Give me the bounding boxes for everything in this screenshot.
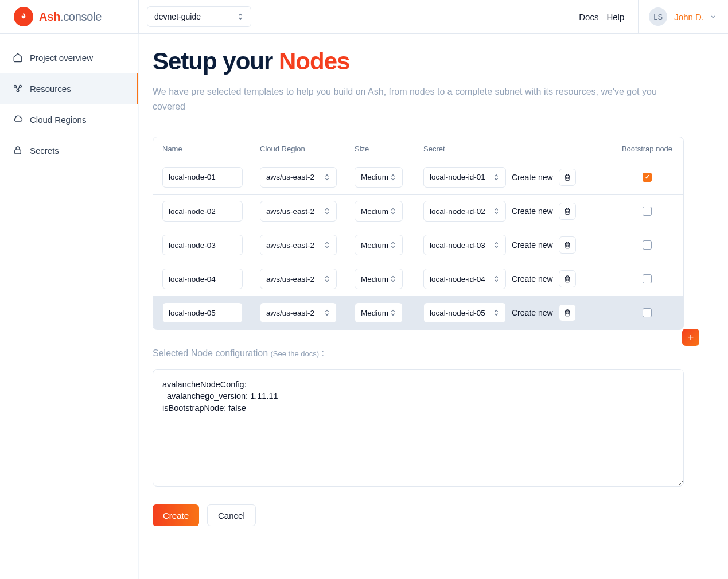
chevrons-icon (493, 173, 500, 181)
trash-icon (563, 241, 571, 249)
sidebar: Project overview Resources Cloud Regions… (0, 34, 139, 579)
bootstrap-checkbox[interactable] (643, 240, 652, 250)
chevrons-icon (390, 173, 396, 181)
sidebar-item-label: Cloud Regions (30, 115, 86, 125)
chevrons-icon (493, 241, 500, 249)
sidebar-item-label: Resources (30, 84, 71, 94)
table-row: local-node-01aws/us-east-2Mediumlocal-no… (153, 160, 683, 194)
user-menu[interactable]: LS John D. (638, 0, 728, 33)
secret-select[interactable]: local-node-id-04 (423, 269, 506, 289)
resources-icon (13, 83, 23, 94)
chevrons-icon (493, 207, 500, 215)
table-row: local-node-04aws/us-east-2Mediumlocal-no… (153, 262, 683, 296)
col-secret: Secret (423, 145, 607, 153)
chevrons-icon (324, 275, 330, 283)
secret-select[interactable]: local-node-id-02 (423, 201, 506, 222)
home-icon (13, 52, 23, 63)
size-select[interactable]: Medium (355, 167, 403, 188)
delete-row-button[interactable] (559, 304, 576, 321)
name-input[interactable]: local-node-01 (162, 167, 243, 188)
chevron-down-icon (710, 13, 717, 20)
chevrons-icon (390, 309, 396, 317)
table-header: Name Cloud Region Size Secret Bootstrap … (153, 137, 683, 160)
config-textarea[interactable] (153, 369, 684, 487)
delete-row-button[interactable] (559, 203, 576, 220)
table-row: local-node-02aws/us-east-2Mediumlocal-no… (153, 194, 683, 228)
chevrons-icon (493, 309, 500, 317)
delete-row-button[interactable] (559, 270, 576, 287)
sidebar-item-label: Secrets (30, 146, 59, 156)
sidebar-item-label: Project overview (30, 53, 93, 63)
sidebar-item-cloud-regions[interactable]: Cloud Regions (0, 104, 138, 135)
name-input[interactable]: local-node-05 (162, 302, 243, 323)
create-new-link[interactable]: Create new (512, 207, 553, 216)
project-selector[interactable]: devnet-guide (147, 6, 251, 27)
secret-select[interactable]: local-node-id-05 (423, 302, 506, 323)
chevrons-icon (390, 207, 396, 215)
chevrons-icon (324, 207, 330, 215)
region-select[interactable]: aws/us-east-2 (260, 201, 337, 222)
nodes-table: Name Cloud Region Size Secret Bootstrap … (153, 137, 684, 330)
user-name: John D. (674, 12, 704, 22)
chevrons-icon (390, 275, 396, 283)
help-link[interactable]: Help (606, 12, 624, 22)
size-select[interactable]: Medium (355, 201, 403, 222)
brand-text: Ash.console (39, 10, 102, 24)
trash-icon (563, 309, 571, 317)
size-select[interactable]: Medium (355, 269, 403, 289)
bootstrap-checkbox[interactable] (643, 173, 652, 182)
chevrons-icon (390, 241, 396, 249)
delete-row-button[interactable] (559, 169, 576, 186)
sidebar-item-project-overview[interactable]: Project overview (0, 42, 138, 73)
region-select[interactable]: aws/us-east-2 (260, 302, 337, 323)
create-new-link[interactable]: Create new (512, 240, 553, 250)
col-region: Cloud Region (260, 145, 355, 153)
flame-icon (14, 7, 33, 26)
main-content: Setup your Nodes We have pre selected te… (139, 34, 713, 579)
svg-rect-3 (15, 150, 21, 154)
trash-icon (563, 173, 571, 181)
create-new-link[interactable]: Create new (512, 173, 553, 182)
avatar: LS (649, 7, 667, 26)
col-size: Size (355, 145, 423, 153)
docs-link[interactable]: Docs (579, 12, 598, 22)
size-select[interactable]: Medium (355, 302, 403, 323)
secret-select[interactable]: local-node-id-01 (423, 167, 506, 188)
bootstrap-checkbox[interactable] (643, 308, 652, 317)
cloud-icon (13, 114, 23, 125)
see-docs-link[interactable]: (See the docs) (270, 349, 319, 358)
chevrons-icon (324, 173, 330, 181)
region-select[interactable]: aws/us-east-2 (260, 235, 337, 255)
add-row-button[interactable]: + (682, 329, 699, 346)
name-input[interactable]: local-node-02 (162, 201, 243, 222)
config-label: Selected Node configuration (See the doc… (153, 348, 684, 359)
topbar: Ash.console devnet-guide Docs Help LS Jo… (0, 0, 728, 34)
sidebar-item-resources[interactable]: Resources (0, 73, 138, 104)
bootstrap-checkbox[interactable] (643, 207, 652, 216)
col-bootstrap: Bootstrap node (607, 145, 684, 153)
region-select[interactable]: aws/us-east-2 (260, 269, 337, 289)
trash-icon (563, 207, 571, 215)
create-new-link[interactable]: Create new (512, 308, 553, 317)
sidebar-item-secrets[interactable]: Secrets (0, 135, 138, 166)
create-new-link[interactable]: Create new (512, 274, 553, 283)
create-button[interactable]: Create (153, 504, 199, 526)
secret-select[interactable]: local-node-id-03 (423, 235, 506, 255)
size-select[interactable]: Medium (355, 235, 403, 255)
trash-icon (563, 275, 571, 283)
table-row: local-node-05aws/us-east-2Mediumlocal-no… (153, 296, 683, 329)
chevrons-icon (324, 241, 330, 249)
region-select[interactable]: aws/us-east-2 (260, 167, 337, 188)
project-selected-label: devnet-guide (154, 12, 201, 21)
logo[interactable]: Ash.console (0, 0, 139, 33)
name-input[interactable]: local-node-03 (162, 235, 243, 255)
name-input[interactable]: local-node-04 (162, 269, 243, 289)
bootstrap-checkbox[interactable] (643, 274, 652, 283)
chevrons-icon (237, 13, 244, 21)
cancel-button[interactable]: Cancel (207, 504, 256, 526)
page-title: Setup your Nodes (153, 48, 684, 75)
chevrons-icon (493, 275, 500, 283)
delete-row-button[interactable] (559, 236, 576, 254)
chevrons-icon (324, 309, 330, 317)
table-row: local-node-03aws/us-east-2Mediumlocal-no… (153, 228, 683, 262)
